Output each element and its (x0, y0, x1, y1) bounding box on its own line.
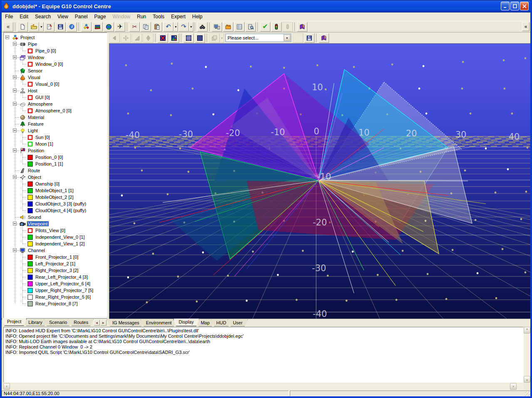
tree-item-light[interactable]: Light (4, 127, 107, 134)
tree-item-atmosphere_0[interactable]: Atmosphere_0 [0] (4, 107, 107, 114)
find-binoculars-button[interactable] (197, 22, 208, 32)
tree-item-right_projector_3[interactable]: Right_Projector_3 [2] (4, 267, 107, 274)
grid-dots-button[interactable] (195, 33, 205, 43)
tree-item-ownship[interactable]: Ownship [0] (4, 180, 107, 187)
tree-item-independent_view_1[interactable]: Independent_View_1 [2] (4, 240, 107, 247)
redo-dropdown-button[interactable]: ▼ (189, 22, 193, 32)
menu-panel[interactable]: Panel (72, 13, 91, 20)
paste-button[interactable] (152, 22, 162, 32)
tree-expander-minus[interactable] (13, 42, 17, 46)
view-tab-environment[interactable]: Environment (141, 319, 177, 326)
grid-lines-button[interactable] (183, 33, 194, 43)
redo-button[interactable]: ↷ (178, 22, 189, 32)
menu-view[interactable]: View (54, 13, 72, 20)
tree-item-sound[interactable]: Sound (4, 214, 107, 220)
help-book-button[interactable]: ? (297, 22, 307, 32)
scroll-right-button[interactable]: › (510, 383, 517, 390)
menu-edit[interactable]: Edit (16, 13, 32, 20)
tree-expander-minus[interactable] (13, 89, 17, 92)
minimize-button[interactable] (501, 2, 510, 10)
tree-expander-minus[interactable] (13, 248, 17, 252)
tree-item-moon[interactable]: Moon [1] (4, 141, 107, 147)
tree-item-rear_left_projector_4[interactable]: Rear_Left_Projector_4 [3] (4, 274, 107, 280)
tree-expander-minus[interactable] (13, 55, 17, 59)
earth-globe-button[interactable] (104, 22, 114, 32)
clear-view-x-button[interactable] (158, 33, 168, 43)
tree-item-mobileobject_1[interactable]: MobileObject_1 [1] (4, 187, 107, 194)
tree-item-channel[interactable]: Channel (4, 247, 107, 254)
help-book-button[interactable]: ? (319, 33, 329, 43)
tree-item-window[interactable]: Window (4, 54, 107, 61)
menu-file[interactable]: File (2, 13, 16, 20)
cut-button[interactable]: ✂ (129, 22, 140, 32)
tree-item-route[interactable]: Route (4, 167, 107, 174)
tree-item-cloudobject_4[interactable]: CloudObject_4 [4] (puffy) (4, 207, 107, 214)
view-select-combobox[interactable]: Please select...▼ (225, 34, 291, 42)
tree-expander-minus[interactable] (13, 102, 17, 106)
tabs-scroll-left-button[interactable]: ◄ (94, 320, 100, 326)
tree-expander-minus[interactable] (13, 222, 17, 225)
tree-item-rear_right_projector_5[interactable]: Rear_Right_Projector_5 [6] (4, 294, 107, 300)
list-view-button[interactable] (234, 22, 245, 32)
log-vertical-scrollbar[interactable]: ⌃ ⌄ (524, 327, 530, 383)
tree-item-position_0[interactable]: Position_0 [0] (4, 154, 107, 161)
tree-item-gui[interactable]: GUI [0] (4, 94, 107, 101)
new-document-button[interactable] (17, 22, 28, 32)
close-button[interactable] (520, 2, 529, 10)
tree-item-feature[interactable]: Feature (4, 121, 107, 127)
tree-item-left_projector_2[interactable]: Left_Projector_2 [1] (4, 260, 107, 267)
tree-item-upper_left_projector_6[interactable]: Upper_Left_Projector_6 [4] (4, 280, 107, 287)
validate-check-button[interactable]: ✔ (260, 22, 270, 32)
maximize-button[interactable] (510, 2, 519, 10)
copy-button[interactable] (141, 22, 151, 32)
panel-tab-project[interactable]: Project (1, 318, 27, 326)
tree-item-rear_projector_8[interactable]: Rear_Projector_8 [7] (4, 300, 107, 307)
open-folder-button[interactable] (29, 22, 39, 32)
tree-expander-minus[interactable] (13, 129, 17, 132)
project-shapes-button[interactable] (81, 22, 92, 32)
3d-viewport[interactable]: 100-1010203040-20-30-40-10-20-30-40 (109, 43, 530, 319)
scroll-up-button[interactable]: ⌃ (524, 327, 530, 334)
tree-expander-minus[interactable] (13, 75, 17, 79)
combobox-dropdown-icon[interactable]: ▼ (284, 35, 290, 41)
menu-page[interactable]: Page (91, 13, 109, 20)
undo-button[interactable]: ↶ (163, 22, 173, 32)
tree-item-sensor[interactable]: Sensor (4, 67, 107, 74)
tree-item-viewpoint[interactable]: Viewpoint (4, 220, 107, 227)
tree-item-material[interactable]: Material (4, 114, 107, 121)
ig-computer-button[interactable] (212, 22, 222, 32)
toolbar-overflow-button[interactable]: « (522, 22, 530, 31)
menu-help[interactable]: Help (189, 13, 206, 20)
tree-item-pipe_0[interactable]: Pipe_0 [0] (4, 47, 107, 54)
tree-item-visual_0[interactable]: Visual_0 [0] (4, 81, 107, 87)
tree-item-host[interactable]: Host (4, 87, 107, 94)
tree-item-cloudobject_3[interactable]: CloudObject_3 [3] (puffy) (4, 200, 107, 207)
tree-item-atmosphere[interactable]: Atmosphere (4, 101, 107, 107)
view-tab-ig-messages[interactable]: IG Messages (107, 319, 145, 326)
scroll-left-button[interactable]: ‹ (3, 383, 10, 390)
tree-item-position_1[interactable]: Position_1 [1] (4, 161, 107, 167)
panel-tab-scenario[interactable]: Scenario (44, 319, 72, 326)
pages-folders-button[interactable] (223, 22, 233, 32)
tree-item-mobileobject_2[interactable]: MobileObject_2 [2] (4, 194, 107, 200)
log-horizontal-scrollbar[interactable]: ‹ › (3, 383, 524, 390)
tree-item-window_0[interactable]: Window_0 [0] (4, 61, 107, 67)
tree-expander-minus[interactable] (13, 148, 17, 152)
tree-item-front_projector_1[interactable]: Front_Projector_1 [0] (4, 254, 107, 260)
menu-search[interactable]: Search (32, 13, 54, 20)
tabs-scroll-right-button[interactable]: ► (100, 320, 106, 326)
info-button[interactable]: i (67, 22, 77, 32)
menu-tools[interactable]: Tools (149, 13, 168, 20)
scroll-down-button[interactable]: ⌄ (524, 376, 530, 383)
library-books-button[interactable] (92, 22, 103, 32)
save-button[interactable] (55, 22, 66, 32)
save-button[interactable] (304, 33, 314, 43)
menu-run[interactable]: Run (134, 13, 149, 20)
tree-item-upper_right_projector_7[interactable]: Upper_Right_Projector_7 [5] (4, 287, 107, 294)
menu-expert[interactable]: Expert (168, 13, 189, 20)
tree-expander-minus[interactable] (13, 175, 17, 179)
tree-expander-minus[interactable] (5, 35, 9, 39)
import-document-button[interactable] (44, 22, 54, 32)
tree-item-sun[interactable]: Sun [0] (4, 134, 107, 141)
tree-item-project[interactable]: Project (4, 34, 107, 41)
